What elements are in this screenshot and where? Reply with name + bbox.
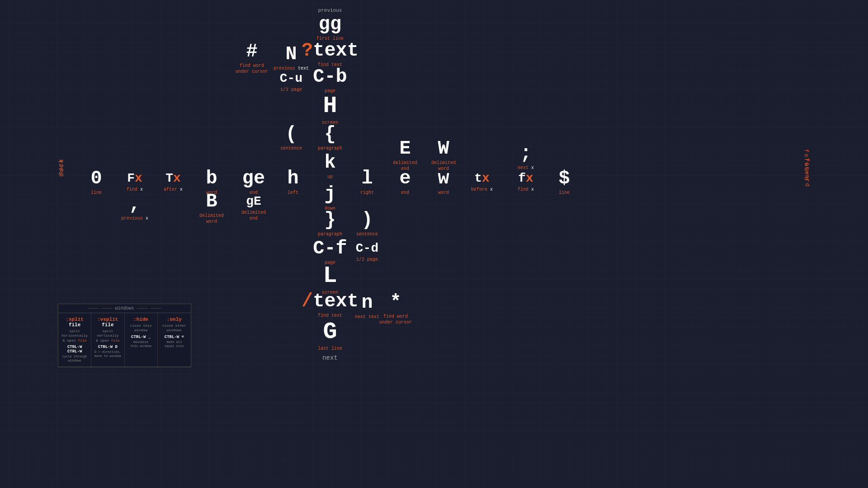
- windows-title: ———— windows ————: [58, 304, 191, 313]
- windows-hide: :hide close thiswindow CTRL-W _ maximize…: [125, 313, 158, 367]
- key-k: k up: [324, 152, 335, 180]
- key-semicolon: ; next x: [518, 143, 534, 171]
- vim-cheatsheet: back forward previous gg first line # fi…: [0, 0, 868, 488]
- key-hash: # find wordunder cursor: [236, 41, 268, 75]
- key-H: H screen: [322, 93, 338, 126]
- key-lcurly: { paragraph: [318, 124, 342, 151]
- key-e: e end: [399, 168, 410, 196]
- key-B: B delimitedword: [199, 191, 224, 225]
- key-cf: C-f page: [313, 238, 347, 266]
- key-h: h left: [287, 168, 298, 196]
- key-rparen: ) sentence: [356, 210, 378, 237]
- key-cb: C-b page: [313, 66, 347, 94]
- windows-panel: ———— windows ———— :split file split hori…: [58, 304, 191, 367]
- windows-vsplit: :vsplit file split vertically& open file…: [91, 313, 124, 367]
- previous-label: previous: [318, 6, 342, 14]
- key-E: E delimitedend: [393, 138, 417, 172]
- key-slash-text: /text find text: [302, 291, 359, 319]
- key-fx: fx find x: [518, 172, 534, 192]
- windows-grid: :split file split horizontally& open fil…: [58, 313, 191, 367]
- next-label: next: [322, 354, 338, 362]
- key-ge: ge end: [242, 168, 265, 196]
- windows-only: :only close otherwindows CTRL-W = make a…: [158, 313, 191, 367]
- key-asterisk: * find wordunder cursor: [379, 292, 412, 325]
- key-gE: gE delimitedend: [241, 195, 266, 221]
- key-comma: , previous x: [121, 194, 148, 221]
- key-n: n next text: [355, 292, 379, 320]
- key-cd: C-d 1/2 page: [356, 242, 378, 263]
- key-rcurly: } paragraph: [318, 210, 342, 237]
- key-gg: gg first line: [316, 14, 344, 42]
- key-0: 0 line: [90, 168, 102, 196]
- key-W: W delimitedword: [431, 138, 456, 172]
- key-Tx: Tx after x: [164, 172, 183, 192]
- key-w: w word: [438, 168, 449, 196]
- key-lparen: ( sentence: [280, 124, 302, 151]
- key-G: G last line: [318, 319, 342, 352]
- key-dollar: $ line: [558, 168, 570, 196]
- back-side-label: back: [59, 158, 65, 177]
- key-qtext: ?text find text: [302, 40, 359, 68]
- key-Fx: Fx find x: [127, 172, 143, 192]
- key-j: j down: [324, 184, 335, 211]
- key-l: l right: [360, 168, 374, 196]
- key-tx: tx before x: [471, 172, 493, 192]
- key-cu: C-u 1/2 page: [280, 72, 302, 93]
- forward-side-label: forward: [803, 149, 809, 181]
- windows-split: :split file split horizontally& open fil…: [58, 313, 91, 367]
